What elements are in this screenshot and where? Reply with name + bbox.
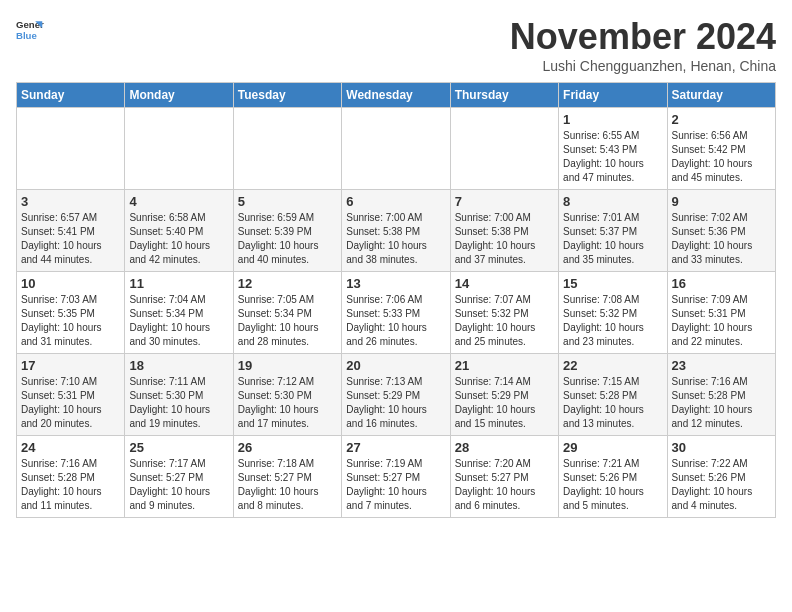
day-number: 3 <box>21 194 120 209</box>
day-number: 12 <box>238 276 337 291</box>
week-row-4: 17Sunrise: 7:10 AM Sunset: 5:31 PM Dayli… <box>17 354 776 436</box>
day-number: 9 <box>672 194 771 209</box>
day-info: Sunrise: 7:07 AM Sunset: 5:32 PM Dayligh… <box>455 293 554 349</box>
day-number: 16 <box>672 276 771 291</box>
day-info: Sunrise: 7:17 AM Sunset: 5:27 PM Dayligh… <box>129 457 228 513</box>
header-friday: Friday <box>559 83 667 108</box>
day-number: 25 <box>129 440 228 455</box>
header-thursday: Thursday <box>450 83 558 108</box>
day-number: 24 <box>21 440 120 455</box>
header-monday: Monday <box>125 83 233 108</box>
day-number: 30 <box>672 440 771 455</box>
day-number: 4 <box>129 194 228 209</box>
day-cell: 16Sunrise: 7:09 AM Sunset: 5:31 PM Dayli… <box>667 272 775 354</box>
day-cell: 23Sunrise: 7:16 AM Sunset: 5:28 PM Dayli… <box>667 354 775 436</box>
day-info: Sunrise: 7:05 AM Sunset: 5:34 PM Dayligh… <box>238 293 337 349</box>
day-number: 29 <box>563 440 662 455</box>
week-row-5: 24Sunrise: 7:16 AM Sunset: 5:28 PM Dayli… <box>17 436 776 518</box>
day-cell: 4Sunrise: 6:58 AM Sunset: 5:40 PM Daylig… <box>125 190 233 272</box>
day-number: 18 <box>129 358 228 373</box>
day-cell: 29Sunrise: 7:21 AM Sunset: 5:26 PM Dayli… <box>559 436 667 518</box>
day-info: Sunrise: 7:04 AM Sunset: 5:34 PM Dayligh… <box>129 293 228 349</box>
day-info: Sunrise: 6:55 AM Sunset: 5:43 PM Dayligh… <box>563 129 662 185</box>
day-number: 7 <box>455 194 554 209</box>
day-number: 26 <box>238 440 337 455</box>
day-info: Sunrise: 7:20 AM Sunset: 5:27 PM Dayligh… <box>455 457 554 513</box>
day-cell: 6Sunrise: 7:00 AM Sunset: 5:38 PM Daylig… <box>342 190 450 272</box>
day-info: Sunrise: 7:16 AM Sunset: 5:28 PM Dayligh… <box>672 375 771 431</box>
day-cell <box>342 108 450 190</box>
location: Lushi Chengguanzhen, Henan, China <box>510 58 776 74</box>
header-sunday: Sunday <box>17 83 125 108</box>
day-info: Sunrise: 7:06 AM Sunset: 5:33 PM Dayligh… <box>346 293 445 349</box>
day-number: 11 <box>129 276 228 291</box>
header-saturday: Saturday <box>667 83 775 108</box>
day-number: 15 <box>563 276 662 291</box>
calendar-table: SundayMondayTuesdayWednesdayThursdayFrid… <box>16 82 776 518</box>
day-info: Sunrise: 7:14 AM Sunset: 5:29 PM Dayligh… <box>455 375 554 431</box>
day-info: Sunrise: 7:00 AM Sunset: 5:38 PM Dayligh… <box>455 211 554 267</box>
day-number: 10 <box>21 276 120 291</box>
day-number: 5 <box>238 194 337 209</box>
day-cell <box>233 108 341 190</box>
day-info: Sunrise: 7:15 AM Sunset: 5:28 PM Dayligh… <box>563 375 662 431</box>
day-info: Sunrise: 7:11 AM Sunset: 5:30 PM Dayligh… <box>129 375 228 431</box>
logo: General Blue <box>16 16 46 44</box>
calendar-body: 1Sunrise: 6:55 AM Sunset: 5:43 PM Daylig… <box>17 108 776 518</box>
day-number: 1 <box>563 112 662 127</box>
logo-icon: General Blue <box>16 16 44 44</box>
day-info: Sunrise: 6:57 AM Sunset: 5:41 PM Dayligh… <box>21 211 120 267</box>
day-number: 13 <box>346 276 445 291</box>
day-cell: 17Sunrise: 7:10 AM Sunset: 5:31 PM Dayli… <box>17 354 125 436</box>
day-cell: 2Sunrise: 6:56 AM Sunset: 5:42 PM Daylig… <box>667 108 775 190</box>
page-header: General Blue November 2024 Lushi Chenggu… <box>16 16 776 74</box>
day-cell: 14Sunrise: 7:07 AM Sunset: 5:32 PM Dayli… <box>450 272 558 354</box>
day-cell: 12Sunrise: 7:05 AM Sunset: 5:34 PM Dayli… <box>233 272 341 354</box>
day-info: Sunrise: 7:03 AM Sunset: 5:35 PM Dayligh… <box>21 293 120 349</box>
day-cell: 28Sunrise: 7:20 AM Sunset: 5:27 PM Dayli… <box>450 436 558 518</box>
week-row-2: 3Sunrise: 6:57 AM Sunset: 5:41 PM Daylig… <box>17 190 776 272</box>
week-row-3: 10Sunrise: 7:03 AM Sunset: 5:35 PM Dayli… <box>17 272 776 354</box>
day-cell: 10Sunrise: 7:03 AM Sunset: 5:35 PM Dayli… <box>17 272 125 354</box>
day-number: 21 <box>455 358 554 373</box>
day-info: Sunrise: 7:13 AM Sunset: 5:29 PM Dayligh… <box>346 375 445 431</box>
day-cell: 1Sunrise: 6:55 AM Sunset: 5:43 PM Daylig… <box>559 108 667 190</box>
day-number: 6 <box>346 194 445 209</box>
day-number: 17 <box>21 358 120 373</box>
day-info: Sunrise: 6:58 AM Sunset: 5:40 PM Dayligh… <box>129 211 228 267</box>
day-cell: 30Sunrise: 7:22 AM Sunset: 5:26 PM Dayli… <box>667 436 775 518</box>
day-cell <box>125 108 233 190</box>
day-info: Sunrise: 7:01 AM Sunset: 5:37 PM Dayligh… <box>563 211 662 267</box>
header-row: SundayMondayTuesdayWednesdayThursdayFrid… <box>17 83 776 108</box>
day-cell: 9Sunrise: 7:02 AM Sunset: 5:36 PM Daylig… <box>667 190 775 272</box>
day-cell: 13Sunrise: 7:06 AM Sunset: 5:33 PM Dayli… <box>342 272 450 354</box>
day-number: 8 <box>563 194 662 209</box>
day-cell: 21Sunrise: 7:14 AM Sunset: 5:29 PM Dayli… <box>450 354 558 436</box>
day-cell: 19Sunrise: 7:12 AM Sunset: 5:30 PM Dayli… <box>233 354 341 436</box>
header-tuesday: Tuesday <box>233 83 341 108</box>
day-number: 22 <box>563 358 662 373</box>
day-info: Sunrise: 7:09 AM Sunset: 5:31 PM Dayligh… <box>672 293 771 349</box>
day-cell: 20Sunrise: 7:13 AM Sunset: 5:29 PM Dayli… <box>342 354 450 436</box>
day-cell <box>17 108 125 190</box>
day-number: 2 <box>672 112 771 127</box>
day-cell: 26Sunrise: 7:18 AM Sunset: 5:27 PM Dayli… <box>233 436 341 518</box>
day-number: 14 <box>455 276 554 291</box>
day-info: Sunrise: 7:22 AM Sunset: 5:26 PM Dayligh… <box>672 457 771 513</box>
day-cell: 22Sunrise: 7:15 AM Sunset: 5:28 PM Dayli… <box>559 354 667 436</box>
day-number: 19 <box>238 358 337 373</box>
svg-text:Blue: Blue <box>16 30 37 41</box>
day-info: Sunrise: 7:10 AM Sunset: 5:31 PM Dayligh… <box>21 375 120 431</box>
day-info: Sunrise: 7:00 AM Sunset: 5:38 PM Dayligh… <box>346 211 445 267</box>
day-cell: 27Sunrise: 7:19 AM Sunset: 5:27 PM Dayli… <box>342 436 450 518</box>
title-block: November 2024 Lushi Chengguanzhen, Henan… <box>510 16 776 74</box>
day-cell: 3Sunrise: 6:57 AM Sunset: 5:41 PM Daylig… <box>17 190 125 272</box>
day-cell <box>450 108 558 190</box>
day-number: 20 <box>346 358 445 373</box>
day-number: 23 <box>672 358 771 373</box>
day-info: Sunrise: 7:19 AM Sunset: 5:27 PM Dayligh… <box>346 457 445 513</box>
day-info: Sunrise: 7:18 AM Sunset: 5:27 PM Dayligh… <box>238 457 337 513</box>
week-row-1: 1Sunrise: 6:55 AM Sunset: 5:43 PM Daylig… <box>17 108 776 190</box>
day-cell: 25Sunrise: 7:17 AM Sunset: 5:27 PM Dayli… <box>125 436 233 518</box>
day-number: 28 <box>455 440 554 455</box>
